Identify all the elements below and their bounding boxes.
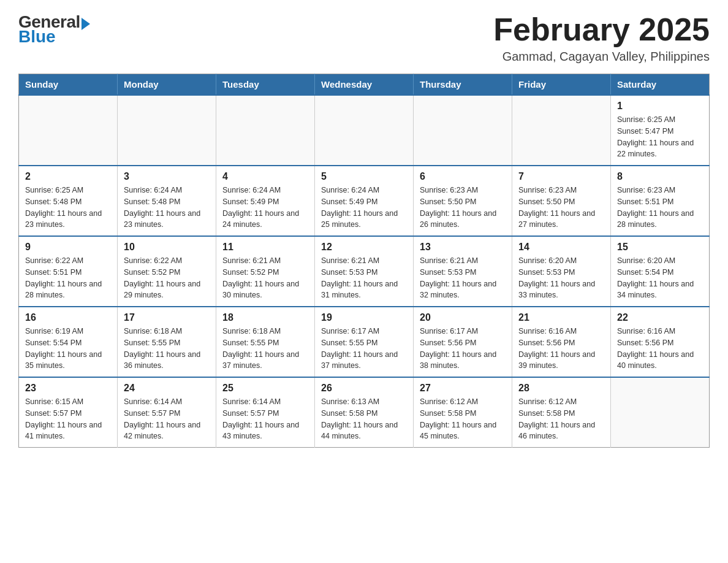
- sunset-text: Sunset: 5:56 PM: [420, 339, 476, 347]
- day-info: Sunrise: 6:21 AMSunset: 5:52 PMDaylight:…: [222, 255, 308, 301]
- day-info: Sunrise: 6:21 AMSunset: 5:53 PMDaylight:…: [321, 255, 407, 301]
- header-saturday: Saturday: [611, 74, 710, 96]
- sunset-text: Sunset: 5:58 PM: [420, 409, 476, 418]
- daylight-text: Daylight: 11 hours and 46 minutes.: [518, 421, 595, 441]
- sunset-text: Sunset: 5:57 PM: [25, 409, 82, 418]
- sunset-text: Sunset: 5:52 PM: [124, 268, 180, 277]
- day-info: Sunrise: 6:17 AMSunset: 5:56 PMDaylight:…: [420, 326, 506, 372]
- sunrise-text: Sunrise: 6:22 AM: [124, 256, 182, 265]
- day-info: Sunrise: 6:17 AMSunset: 5:55 PMDaylight:…: [321, 326, 407, 372]
- day-info: Sunrise: 6:24 AMSunset: 5:49 PMDaylight:…: [321, 185, 407, 231]
- logo-arrow-icon: [82, 18, 90, 30]
- daylight-text: Daylight: 11 hours and 37 minutes.: [222, 350, 299, 370]
- sunrise-text: Sunrise: 6:20 AM: [617, 256, 675, 265]
- table-row: [611, 377, 710, 448]
- sunrise-text: Sunrise: 6:25 AM: [25, 186, 83, 194]
- sunrise-text: Sunrise: 6:16 AM: [617, 327, 675, 335]
- sunrise-text: Sunrise: 6:18 AM: [222, 327, 281, 335]
- day-info: Sunrise: 6:23 AMSunset: 5:50 PMDaylight:…: [518, 185, 604, 231]
- day-info: Sunrise: 6:21 AMSunset: 5:53 PMDaylight:…: [420, 255, 506, 301]
- day-number: 17: [124, 312, 210, 323]
- sunset-text: Sunset: 5:57 PM: [124, 409, 180, 418]
- sunrise-text: Sunrise: 6:23 AM: [518, 186, 577, 194]
- location-title: Gammad, Cagayan Valley, Philippines: [493, 50, 710, 64]
- daylight-text: Daylight: 11 hours and 36 minutes.: [124, 350, 200, 370]
- sunset-text: Sunset: 5:53 PM: [420, 268, 476, 277]
- day-info: Sunrise: 6:16 AMSunset: 5:56 PMDaylight:…: [617, 326, 703, 372]
- sunset-text: Sunset: 5:56 PM: [617, 339, 673, 347]
- sunset-text: Sunset: 5:48 PM: [25, 197, 82, 206]
- calendar-week-row: 2Sunrise: 6:25 AMSunset: 5:48 PMDaylight…: [19, 166, 710, 236]
- header-thursday: Thursday: [414, 74, 512, 96]
- day-info: Sunrise: 6:15 AMSunset: 5:57 PMDaylight:…: [25, 396, 111, 442]
- sunrise-text: Sunrise: 6:23 AM: [420, 186, 478, 194]
- calendar-week-row: 23Sunrise: 6:15 AMSunset: 5:57 PMDayligh…: [19, 377, 710, 448]
- sunrise-text: Sunrise: 6:25 AM: [617, 115, 675, 124]
- daylight-text: Daylight: 11 hours and 25 minutes.: [321, 209, 398, 229]
- header-tuesday: Tuesday: [216, 74, 315, 96]
- day-number: 6: [420, 171, 506, 182]
- table-row: 18Sunrise: 6:18 AMSunset: 5:55 PMDayligh…: [216, 307, 315, 377]
- day-number: 11: [222, 242, 308, 253]
- sunset-text: Sunset: 5:47 PM: [617, 127, 673, 136]
- day-number: 12: [321, 242, 407, 253]
- table-row: 20Sunrise: 6:17 AMSunset: 5:56 PMDayligh…: [414, 307, 512, 377]
- daylight-text: Daylight: 11 hours and 28 minutes.: [25, 280, 102, 300]
- header-monday: Monday: [118, 74, 216, 96]
- table-row: 10Sunrise: 6:22 AMSunset: 5:52 PMDayligh…: [118, 236, 216, 307]
- table-row: 3Sunrise: 6:24 AMSunset: 5:48 PMDaylight…: [118, 166, 216, 236]
- sunset-text: Sunset: 5:57 PM: [222, 409, 279, 418]
- table-row: 2Sunrise: 6:25 AMSunset: 5:48 PMDaylight…: [19, 166, 118, 236]
- day-info: Sunrise: 6:25 AMSunset: 5:48 PMDaylight:…: [25, 185, 111, 231]
- day-number: 22: [617, 312, 703, 323]
- sunrise-text: Sunrise: 6:22 AM: [25, 256, 83, 265]
- sunset-text: Sunset: 5:58 PM: [518, 409, 575, 418]
- day-info: Sunrise: 6:19 AMSunset: 5:54 PMDaylight:…: [25, 326, 111, 372]
- table-row: 16Sunrise: 6:19 AMSunset: 5:54 PMDayligh…: [19, 307, 118, 377]
- sunset-text: Sunset: 5:58 PM: [321, 409, 377, 418]
- daylight-text: Daylight: 11 hours and 39 minutes.: [518, 350, 595, 370]
- day-number: 23: [25, 383, 111, 394]
- header-wednesday: Wednesday: [315, 74, 414, 96]
- daylight-text: Daylight: 11 hours and 34 minutes.: [617, 280, 694, 300]
- sunrise-text: Sunrise: 6:14 AM: [222, 397, 281, 406]
- table-row: 19Sunrise: 6:17 AMSunset: 5:55 PMDayligh…: [315, 307, 414, 377]
- table-row: 25Sunrise: 6:14 AMSunset: 5:57 PMDayligh…: [216, 377, 315, 448]
- day-number: 9: [25, 242, 111, 253]
- day-number: 2: [25, 171, 111, 182]
- day-number: 10: [124, 242, 210, 253]
- calendar-week-row: 16Sunrise: 6:19 AMSunset: 5:54 PMDayligh…: [19, 307, 710, 377]
- day-info: Sunrise: 6:24 AMSunset: 5:48 PMDaylight:…: [124, 185, 210, 231]
- calendar-table: Sunday Monday Tuesday Wednesday Thursday…: [18, 74, 710, 448]
- table-row: 17Sunrise: 6:18 AMSunset: 5:55 PMDayligh…: [118, 307, 216, 377]
- table-row: 4Sunrise: 6:24 AMSunset: 5:49 PMDaylight…: [216, 166, 315, 236]
- day-info: Sunrise: 6:14 AMSunset: 5:57 PMDaylight:…: [222, 396, 308, 442]
- daylight-text: Daylight: 11 hours and 29 minutes.: [124, 280, 200, 300]
- sunrise-text: Sunrise: 6:12 AM: [518, 397, 577, 406]
- daylight-text: Daylight: 11 hours and 43 minutes.: [222, 421, 299, 441]
- sunset-text: Sunset: 5:52 PM: [222, 268, 279, 277]
- day-number: 14: [518, 242, 604, 253]
- sunrise-text: Sunrise: 6:19 AM: [25, 327, 83, 335]
- table-row: 8Sunrise: 6:23 AMSunset: 5:51 PMDaylight…: [611, 166, 710, 236]
- daylight-text: Daylight: 11 hours and 42 minutes.: [124, 421, 200, 441]
- table-row: 1Sunrise: 6:25 AMSunset: 5:47 PMDaylight…: [611, 95, 710, 166]
- day-number: 25: [222, 383, 308, 394]
- sunset-text: Sunset: 5:51 PM: [617, 197, 673, 206]
- table-row: [216, 95, 315, 166]
- day-number: 19: [321, 312, 407, 323]
- day-number: 1: [617, 101, 703, 112]
- calendar-week-row: 9Sunrise: 6:22 AMSunset: 5:51 PMDaylight…: [19, 236, 710, 307]
- day-info: Sunrise: 6:13 AMSunset: 5:58 PMDaylight:…: [321, 396, 407, 442]
- sunrise-text: Sunrise: 6:20 AM: [518, 256, 577, 265]
- sunrise-text: Sunrise: 6:18 AM: [124, 327, 182, 335]
- sunset-text: Sunset: 5:53 PM: [518, 268, 575, 277]
- sunrise-text: Sunrise: 6:14 AM: [124, 397, 182, 406]
- day-number: 24: [124, 383, 210, 394]
- table-row: 6Sunrise: 6:23 AMSunset: 5:50 PMDaylight…: [414, 166, 512, 236]
- table-row: [512, 95, 611, 166]
- day-number: 26: [321, 383, 407, 394]
- day-info: Sunrise: 6:16 AMSunset: 5:56 PMDaylight:…: [518, 326, 604, 372]
- daylight-text: Daylight: 11 hours and 32 minutes.: [420, 280, 496, 300]
- day-info: Sunrise: 6:22 AMSunset: 5:51 PMDaylight:…: [25, 255, 111, 301]
